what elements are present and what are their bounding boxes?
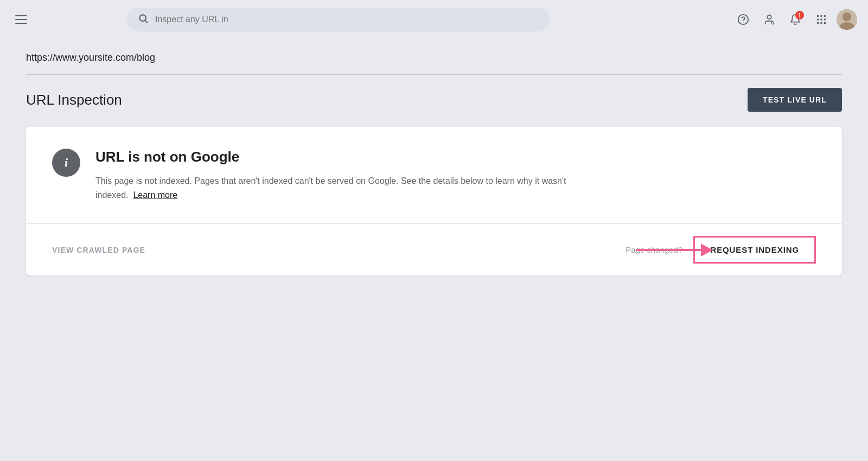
svg-point-9 xyxy=(820,15,822,17)
url-display: https://www.yoursite.com/blog xyxy=(26,52,842,75)
avatar[interactable] xyxy=(837,9,857,30)
svg-point-12 xyxy=(820,18,822,21)
page-title: URL Inspection xyxy=(26,92,122,108)
svg-point-4 xyxy=(767,15,771,19)
arrow-annotation xyxy=(636,244,713,257)
svg-line-1 xyxy=(145,21,148,23)
hamburger-menu[interactable] xyxy=(11,11,31,28)
card-footer: VIEW CRAWLED PAGE Page changed? REQUEST … xyxy=(26,223,842,276)
card-text: URL is not on Google This page is not in… xyxy=(95,149,584,202)
section-header: URL Inspection TEST LIVE URL xyxy=(26,88,842,112)
svg-point-16 xyxy=(824,22,826,24)
arrow-head xyxy=(701,244,713,257)
search-bar[interactable] xyxy=(127,8,550,31)
learn-more-link[interactable]: Learn more xyxy=(133,190,177,200)
search-icon xyxy=(138,13,149,26)
svg-point-15 xyxy=(820,22,822,24)
account-settings-button[interactable] xyxy=(758,9,780,30)
help-button[interactable] xyxy=(732,9,754,30)
svg-point-8 xyxy=(817,15,819,17)
svg-point-14 xyxy=(817,22,819,24)
inspection-card: i URL is not on Google This page is not … xyxy=(26,127,842,276)
svg-point-10 xyxy=(824,15,826,17)
card-body: i URL is not on Google This page is not … xyxy=(26,127,842,223)
svg-point-11 xyxy=(817,18,819,21)
nav-icons: 1 xyxy=(732,9,857,30)
svg-point-13 xyxy=(824,18,826,21)
apps-button[interactable] xyxy=(810,9,832,30)
main-content: https://www.yoursite.com/blog URL Inspec… xyxy=(0,39,868,289)
notification-badge: 1 xyxy=(795,11,804,20)
card-heading: URL is not on Google xyxy=(95,149,584,165)
view-crawled-button[interactable]: VIEW CRAWLED PAGE xyxy=(52,246,145,254)
arrow-line xyxy=(636,249,701,251)
svg-point-18 xyxy=(843,12,851,21)
test-live-url-button[interactable]: TEST LIVE URL xyxy=(748,88,842,112)
search-input[interactable] xyxy=(155,15,539,24)
notifications-button[interactable]: 1 xyxy=(784,9,806,30)
footer-right: Page changed? REQUEST INDEXING xyxy=(626,236,816,264)
info-icon: i xyxy=(52,149,80,177)
card-description: This page is not indexed. Pages that are… xyxy=(95,174,584,202)
topnav: 1 xyxy=(0,0,868,39)
